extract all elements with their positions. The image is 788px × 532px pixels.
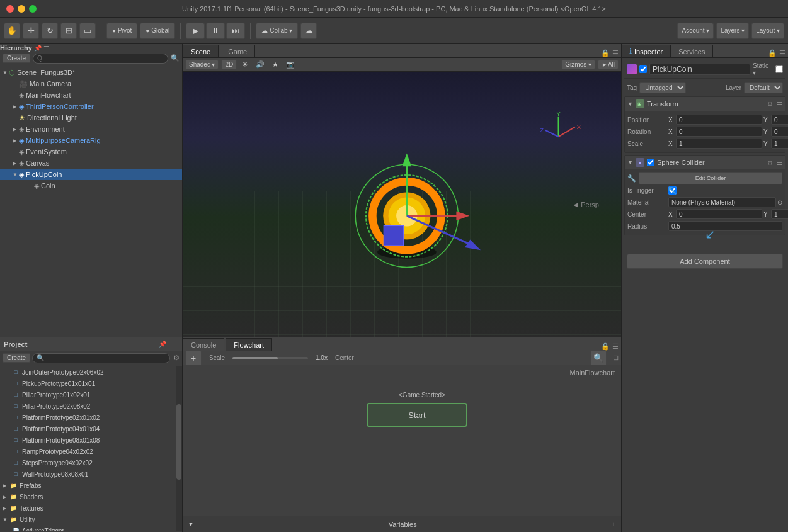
scale-tool-button[interactable]: ⊞ [60,23,77,39]
tab-console[interactable]: Console [183,338,224,351]
hierarchy-pin-icon[interactable]: 📌 [34,45,42,52]
project-item-utility[interactable]: ▼ 📁 Utility [0,514,176,525]
add-component-button[interactable]: Add Component [627,254,783,269]
global-button[interactable]: ● Global [140,23,175,39]
project-item-platform08[interactable]: □ PlatformPrototype08x01x08 [0,434,176,446]
flowchart-content[interactable]: MainFlowchart <Game Started> Start [183,365,621,516]
sphere-settings-icon[interactable]: ⚙ [767,159,773,166]
sphere-menu-icon[interactable]: ☰ [777,159,782,166]
minimize-button[interactable] [18,5,25,13]
hierarchy-item-main-camera[interactable]: 🎥 Main Camera [0,78,182,89]
flowchart-menu-icon[interactable]: ☰ [612,342,619,351]
flowchart-search-icon[interactable]: 🔍 [590,350,607,366]
object-active-checkbox[interactable] [639,65,647,73]
hierarchy-search-icon[interactable]: 🔍 [171,54,180,62]
scene-lock-icon[interactable]: 🔒 [601,49,610,57]
project-pin-icon[interactable]: 📌 [159,341,166,348]
flowchart-collapse-icon[interactable]: ⊟ [613,354,619,362]
scale-slider[interactable] [232,357,308,359]
hierarchy-item-mainflowchart[interactable]: ◈ MainFlowchart [0,89,182,101]
scene-viewport[interactable]: X Y Z ◄ Persp [183,72,621,337]
move-tool-button[interactable]: ✛ [23,23,39,39]
center-x[interactable] [676,209,762,219]
edit-collider-button[interactable]: Edit Collider [639,172,782,184]
rect-tool-button[interactable]: ▭ [79,23,96,39]
rotate-tool-button[interactable]: ↻ [42,23,58,39]
account-dropdown[interactable]: Account ▾ [677,23,714,39]
hierarchy-item-thirdperson[interactable]: ▶ ◈ ThirdPersonController [0,101,182,112]
project-item-pillar01[interactable]: □ PillarPrototype01x02x01 [0,389,176,400]
object-name-input[interactable] [649,64,750,75]
static-checkbox[interactable] [775,65,783,73]
audio-toggle[interactable]: 🔊 [253,60,267,69]
position-y[interactable] [771,115,788,125]
hierarchy-create-button[interactable]: Create [3,54,30,63]
tab-game[interactable]: Game [220,45,255,57]
shaded-dropdown[interactable]: Shaded ▾ [185,60,219,69]
scale-y[interactable] [771,139,788,149]
layers-dropdown[interactable]: Layers ▾ [716,23,749,39]
project-create-button[interactable]: Create [3,353,30,363]
gizmos-dropdown[interactable]: Gizmos ▾ [561,60,595,69]
play-button[interactable]: ▶ [186,23,205,39]
collab-button[interactable]: ☁ Collab ▾ [256,23,298,39]
inspector-lock-icon[interactable]: 🔒 [768,49,777,57]
material-select-icon[interactable]: ⊙ [777,199,782,206]
project-item-platform02[interactable]: □ PlatformPrototype02x01x02 [0,412,176,423]
project-item-joinouter[interactable]: □ JoinOuterPrototype02x06x02 [0,366,176,378]
hierarchy-item-multipurposecam[interactable]: ▶ ◈ MultipurposeCameraRig [0,135,182,146]
rotation-y[interactable] [771,127,788,137]
lighting-toggle[interactable]: ☀ [239,60,251,69]
hierarchy-item-scene[interactable]: ▼ ⬡ Scene_Fungus3D* [0,67,182,78]
variables-add-icon[interactable]: + [611,519,616,529]
project-item-pickup[interactable]: □ PickupPrototype01x01x01 [0,378,176,389]
hierarchy-item-dirlight[interactable]: ☀ Directional Light [0,112,182,123]
tag-dropdown[interactable]: Untagged [639,82,686,93]
hierarchy-search-input[interactable] [33,54,168,64]
rotation-x[interactable] [676,127,762,137]
project-scrollbar-thumb[interactable] [176,404,181,480]
hierarchy-item-coin[interactable]: ◈ Coin [0,180,182,191]
hierarchy-item-pickupcoin[interactable]: ▼ ◈ PickUpCoin [0,169,182,180]
camera-settings[interactable]: 📷 [283,60,297,69]
hierarchy-item-eventsystem[interactable]: ◈ EventSystem [0,146,182,157]
project-item-wall[interactable]: □ WallPrototype08x08x01 [0,468,176,480]
scale-x[interactable] [676,139,762,149]
project-item-textures[interactable]: ▶ 📁 Textures [0,502,176,514]
close-button[interactable] [6,5,14,13]
project-item-prefabs[interactable]: ▶ 📁 Prefabs [0,480,176,491]
project-search-input[interactable] [32,353,170,363]
hierarchy-item-canvas[interactable]: ▶ ◈ Canvas [0,157,182,169]
project-item-platform04[interactable]: □ PlatformPrototype04x01x04 [0,423,176,434]
transform-menu-icon[interactable]: ☰ [777,101,782,108]
sphere-collider-header[interactable]: ▼ ● Sphere Collider ⚙ ☰ [625,156,785,169]
project-item-activatetrigger[interactable]: 📄 ActivateTrigger [0,525,176,531]
center-button[interactable]: Center [335,354,354,361]
inspector-menu-icon[interactable]: ☰ [779,49,785,57]
project-scrollbar[interactable] [176,366,182,531]
pivot-button[interactable]: ● Pivot [106,23,137,39]
project-item-pillar02[interactable]: □ PillarPrototype02x08x02 [0,400,176,412]
pause-button[interactable]: ⏸ [206,23,225,39]
transform-settings-icon[interactable]: ⚙ [767,101,773,108]
project-search-options-icon[interactable]: ⚙ [173,354,180,362]
flowchart-start-node[interactable]: Start [367,403,467,427]
effects-toggle[interactable]: ★ [270,60,281,69]
2d-toggle[interactable]: 2D [221,60,237,69]
project-item-ramp[interactable]: □ RampPrototype04x02x02 [0,446,176,457]
transform-component-header[interactable]: ▼ ⊞ Transform ⚙ ☰ [625,97,785,111]
all-dropdown[interactable]: ►All [598,60,619,69]
project-item-steps[interactable]: □ StepsPrototype04x02x02 [0,457,176,468]
layout-dropdown[interactable]: Layout ▾ [751,23,784,39]
position-x[interactable] [676,115,762,125]
sphere-collider-enabled-checkbox[interactable] [647,159,654,166]
tab-scene[interactable]: Scene [183,45,219,57]
tab-services[interactable]: Services [671,45,713,57]
traffic-lights[interactable] [6,5,37,13]
collab-icon-button[interactable]: ☁ [300,23,317,39]
hierarchy-item-environment[interactable]: ▶ ◈ Environment [0,123,182,135]
flowchart-add-button[interactable]: + [185,350,202,366]
tab-flowchart[interactable]: Flowchart [226,338,272,351]
hand-tool-button[interactable]: ✋ [4,23,20,39]
project-item-shaders[interactable]: ▶ 📁 Shaders [0,491,176,502]
